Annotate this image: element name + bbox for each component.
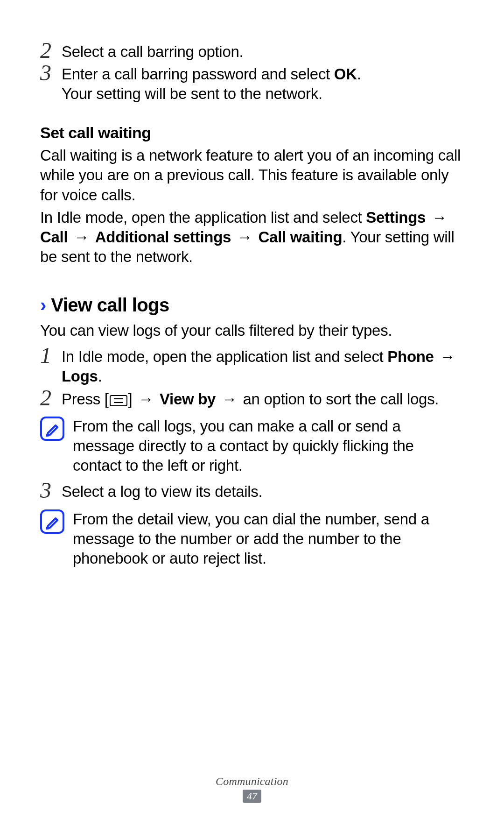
step-2-logs: 2 Press [ ] → View by → an option to sor… [40,389,464,409]
note-flick-contact: From the call logs, you can make a call … [40,416,464,476]
page-footer: Communication 47 [0,775,504,803]
text-bold: Settings [366,209,426,226]
text-bold: Additional settings [95,228,231,246]
section-heading-view-call-logs: › View call logs [40,293,464,317]
text-fragment: Enter a call barring password and select [62,65,334,83]
arrow-icon: → [136,389,155,409]
text-fragment: an option to sort the call logs. [239,390,439,408]
note-text: From the detail view, you can dial the n… [73,509,464,569]
step-number: 1 [40,344,62,367]
text-bold: Logs [62,368,98,385]
arrow-icon: → [235,227,254,247]
step-text: Enter a call barring password and select… [62,64,464,104]
menu-key-icon [110,395,127,406]
svg-rect-0 [110,396,127,406]
step-text: Press [ ] → View by → an option to sort … [62,389,464,409]
note-icon [40,509,64,534]
step-number: 3 [40,62,62,84]
step-3-logs: 3 Select a log to view its details. [40,482,464,502]
text-fragment: Your setting will be sent to the network… [62,85,322,102]
para-view-logs-intro: You can view logs of your calls filtered… [40,321,464,340]
text-fragment: ] [128,390,137,408]
page-number-badge: 47 [243,790,261,803]
para-call-waiting-desc: Call waiting is a network feature to ale… [40,146,464,205]
step-2-top: 2 Select a call barring option. [40,42,464,62]
text-fragment: In Idle mode, open the application list … [62,348,387,365]
text-bold: Phone [387,348,434,365]
arrow-icon: → [220,389,239,409]
step-number: 2 [40,39,62,62]
section-title: View call logs [51,293,169,317]
text-fragment: In Idle mode, open the application list … [40,209,366,226]
footer-section-label: Communication [0,775,504,788]
text-fragment: Press [ [62,390,109,408]
text-fragment: . [98,368,102,385]
text-bold: Call waiting [259,228,343,246]
step-text: Select a log to view its details. [62,482,464,502]
arrow-icon: → [438,347,457,367]
arrow-icon: → [430,208,449,227]
note-icon [40,417,64,441]
step-number: 2 [40,387,62,409]
note-detail-view: From the detail view, you can dial the n… [40,509,464,569]
heading-set-call-waiting: Set call waiting [40,123,464,143]
text-fragment: . [357,65,361,83]
step-text: In Idle mode, open the application list … [62,347,464,386]
text-bold: Call [40,228,68,246]
step-1-logs: 1 In Idle mode, open the application lis… [40,347,464,386]
para-call-waiting-path: In Idle mode, open the application list … [40,208,464,267]
step-text: Select a call barring option. [62,42,464,62]
step-3-top: 3 Enter a call barring password and sele… [40,64,464,104]
chevron-icon: › [40,293,46,317]
text-bold: View by [160,390,216,408]
text-bold: OK [334,65,357,83]
arrow-icon: → [72,227,91,247]
note-text: From the call logs, you can make a call … [73,416,464,476]
step-number: 3 [40,479,62,502]
